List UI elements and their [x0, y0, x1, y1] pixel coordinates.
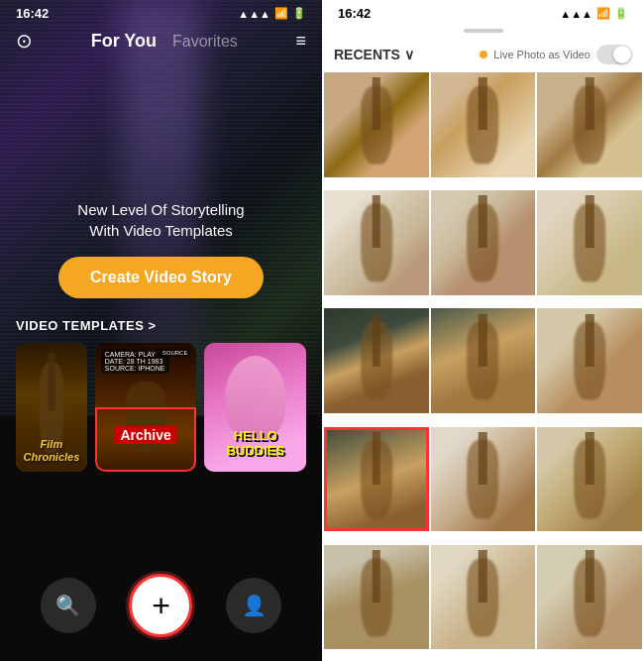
photo-cell-selected[interactable] — [324, 427, 429, 532]
story-text-2: With Video Templates — [40, 220, 282, 241]
status-icons-left: ▲▲▲ 📶 🔋 — [238, 7, 306, 20]
status-bar-right: 16:42 ▲▲▲ 📶 🔋 — [322, 0, 644, 25]
plus-icon: + — [152, 588, 170, 624]
battery-icon-dark: 🔋 — [614, 7, 628, 20]
signal-icon-dark: ▲▲▲ — [560, 8, 592, 20]
right-panel: 16:42 ▲▲▲ 📶 🔋 RECENTS ∨ Live Photo as Vi… — [322, 0, 644, 661]
menu-icon[interactable]: ≡ — [295, 31, 306, 52]
tab-for-you[interactable]: For You — [91, 31, 157, 52]
left-panel: 16:42 ▲▲▲ 📶 🔋 ⊙ For You Favorites ≡ New … — [0, 0, 322, 661]
recents-header: RECENTS ∨ Live Photo as Video — [322, 41, 644, 72]
template-archive-outline — [95, 407, 197, 472]
signal-icon: ▲▲▲ — [238, 8, 270, 20]
recents-title-area[interactable]: RECENTS ∨ — [334, 47, 414, 62]
camera-icon[interactable]: ⊙ — [16, 29, 33, 53]
profile-button[interactable]: 👤 — [226, 578, 281, 633]
recents-label: RECENTS — [334, 47, 400, 62]
template-card-archive[interactable]: CAMERA: PLAYDATE: 28 TH 1983SOURCE: IPHO… — [95, 343, 197, 472]
app-header: ⊙ For You Favorites ≡ — [0, 25, 322, 60]
live-photo-toggle[interactable]: Live Photo as Video — [480, 45, 632, 64]
photo-cell[interactable] — [537, 308, 642, 413]
time-right: 16:42 — [338, 6, 371, 21]
story-section: New Level Of Storytelling With Video Tem… — [0, 199, 322, 241]
photo-cell[interactable] — [324, 190, 429, 295]
photo-grid — [322, 72, 644, 661]
photo-cell[interactable] — [537, 72, 642, 177]
live-photo-label: Live Photo as Video — [493, 49, 590, 60]
photo-cell[interactable] — [537, 427, 642, 532]
template-card-hello[interactable]: HELLOBUDDIES — [204, 343, 306, 472]
battery-icon: 🔋 — [292, 7, 306, 20]
toggle-track[interactable] — [596, 45, 632, 64]
wifi-icon-dark: 📶 — [596, 7, 610, 20]
add-button[interactable]: + — [129, 574, 192, 637]
photo-cell[interactable] — [431, 308, 536, 413]
bottom-bar: 🔍 + 👤 — [0, 562, 322, 661]
template-card-film[interactable]: FilmChronicles — [16, 343, 87, 472]
photo-cell[interactable] — [537, 545, 642, 650]
profile-icon: 👤 — [242, 594, 267, 617]
tab-favorites[interactable]: Favorites — [172, 33, 238, 51]
drag-handle — [464, 29, 503, 33]
section-title-templates[interactable]: VIDEO TEMPLATES > — [0, 298, 322, 343]
nav-tabs: For You Favorites — [91, 31, 238, 52]
search-icon: 🔍 — [55, 594, 80, 617]
template-label-film: FilmChronicles — [23, 438, 79, 464]
photo-cell[interactable] — [537, 190, 642, 295]
status-bar-left: 16:42 ▲▲▲ 📶 🔋 — [0, 0, 322, 25]
photo-cell[interactable] — [431, 545, 536, 650]
search-button[interactable]: 🔍 — [41, 578, 96, 633]
photo-cell[interactable] — [431, 72, 536, 177]
live-dot — [480, 51, 487, 58]
photo-cell[interactable] — [324, 72, 429, 177]
template-label-hello: HELLOBUDDIES — [226, 428, 284, 458]
photo-cell[interactable] — [324, 308, 429, 413]
photo-cell[interactable] — [324, 545, 429, 650]
photo-cell[interactable] — [431, 427, 536, 532]
photo-cell[interactable] — [431, 190, 536, 295]
story-text-1: New Level Of Storytelling — [40, 199, 282, 220]
time-left: 16:42 — [16, 6, 49, 21]
toggle-thumb — [613, 46, 631, 63]
status-icons-right: ▲▲▲ 📶 🔋 — [560, 7, 628, 20]
templates-row: FilmChronicles CAMERA: PLAYDATE: 28 TH 1… — [0, 343, 322, 562]
wifi-icon: 📶 — [274, 7, 288, 20]
recents-chevron: ∨ — [404, 47, 414, 62]
create-video-story-button[interactable]: Create Video Story — [58, 257, 264, 298]
template-archive-badge: SOURCE — [160, 349, 191, 357]
